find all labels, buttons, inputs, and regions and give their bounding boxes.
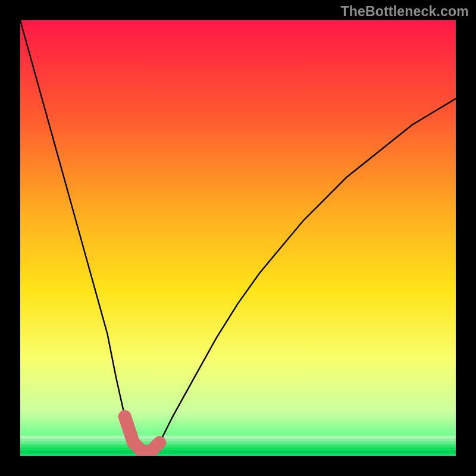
chart-svg xyxy=(20,20,456,456)
chart-background xyxy=(20,20,456,456)
watermark-text: TheBottleneck.com xyxy=(340,4,469,20)
green-band-stack xyxy=(20,436,456,454)
plot-area xyxy=(20,20,456,456)
chart-frame: TheBottleneck.com xyxy=(0,0,476,476)
svg-rect-5 xyxy=(20,450,456,454)
